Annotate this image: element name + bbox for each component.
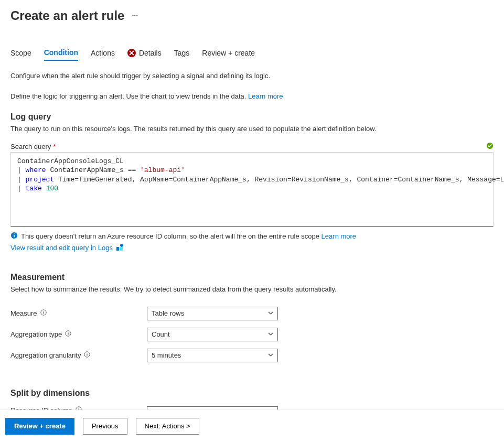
- view-edit-query-link[interactable]: View result and edit query in Logs: [10, 244, 113, 252]
- chevron-down-icon: [268, 330, 273, 338]
- svg-point-9: [43, 311, 44, 312]
- info-circle-icon[interactable]: [84, 351, 90, 359]
- query-info-learn-more[interactable]: Learn more: [321, 232, 356, 240]
- svg-rect-5: [120, 247, 123, 251]
- aggregation-granularity-select[interactable]: 5 minutes: [147, 349, 278, 362]
- svg-point-18: [78, 407, 79, 408]
- configure-description: Configure when the alert rule should tri…: [10, 71, 494, 81]
- split-dimensions-heading: Split by dimensions: [10, 389, 494, 398]
- measure-select[interactable]: Table rows: [147, 307, 278, 320]
- error-badge-icon: [127, 49, 136, 57]
- chevron-down-icon: [268, 309, 273, 317]
- footer-actions: Review + create Previous Next: Actions >: [0, 409, 504, 442]
- svg-rect-4: [116, 247, 119, 251]
- search-query-label: Search query*: [10, 143, 56, 150]
- info-icon: [10, 232, 18, 241]
- tab-scope[interactable]: Scope: [10, 48, 31, 61]
- next-actions-button[interactable]: Next: Actions >: [136, 418, 199, 435]
- measurement-description: Select how to summarize the results. We …: [10, 285, 494, 293]
- learn-more-link[interactable]: Learn more: [248, 92, 283, 100]
- measurement-heading: Measurement: [10, 273, 494, 282]
- aggregation-granularity-label: Aggregation granularity: [10, 351, 147, 359]
- tab-condition[interactable]: Condition: [44, 48, 78, 61]
- previous-button[interactable]: Previous: [83, 418, 127, 435]
- svg-point-15: [87, 353, 88, 354]
- log-query-description: The query to run on this resource's logs…: [10, 125, 494, 133]
- tabs: Scope Condition Actions Details Tags Rev…: [10, 48, 494, 61]
- success-check-icon: [486, 142, 494, 151]
- search-query-editor[interactable]: ContainerAppConsoleLogs_CL | where Conta…: [10, 152, 494, 227]
- define-description: Define the logic for triggering an alert…: [10, 92, 494, 102]
- svg-rect-16: [87, 354, 88, 356]
- tab-review-create[interactable]: Review + create: [202, 48, 255, 61]
- svg-rect-3: [14, 235, 15, 237]
- aggregation-type-select[interactable]: Count: [147, 328, 278, 341]
- svg-rect-10: [43, 312, 44, 314]
- svg-rect-13: [68, 333, 69, 335]
- tab-actions[interactable]: Actions: [91, 48, 115, 61]
- page-title: Create an alert rule ···: [10, 8, 494, 23]
- svg-point-12: [68, 332, 69, 333]
- aggregation-type-label: Aggregation type: [10, 330, 147, 338]
- review-create-button[interactable]: Review + create: [5, 418, 74, 435]
- svg-text:...: ...: [121, 244, 122, 247]
- query-info-text: This query doesn't return an Azure resou…: [21, 232, 356, 240]
- logs-preview-icon: ...: [116, 244, 123, 251]
- svg-point-2: [14, 233, 15, 234]
- tab-tags[interactable]: Tags: [174, 48, 190, 61]
- tab-details[interactable]: Details: [127, 48, 162, 61]
- chevron-down-icon: [268, 351, 273, 359]
- measure-label: Measure: [10, 309, 147, 317]
- info-circle-icon[interactable]: [65, 330, 71, 338]
- required-star-icon: *: [53, 143, 56, 150]
- more-icon[interactable]: ···: [132, 12, 138, 20]
- log-query-heading: Log query: [10, 112, 494, 122]
- info-circle-icon[interactable]: [40, 309, 47, 317]
